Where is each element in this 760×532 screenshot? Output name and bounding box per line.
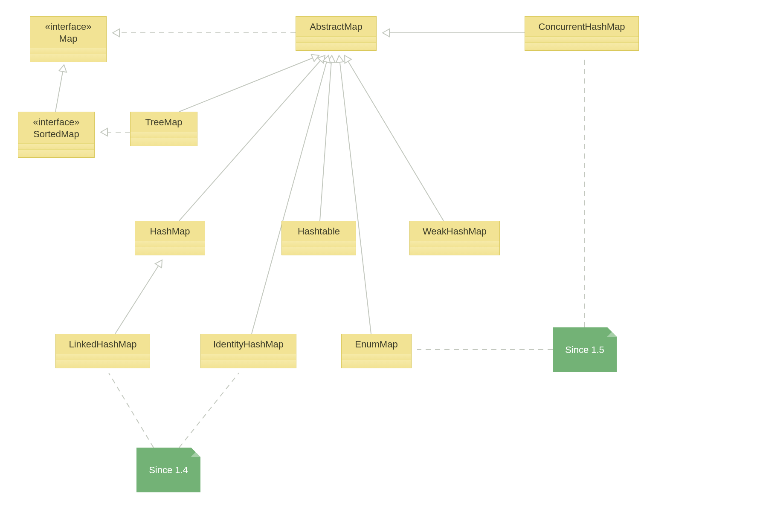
edge-weakHashMap-extends-abstractMap	[345, 55, 444, 221]
class-concurrenthashmap-ops	[525, 43, 638, 50]
svg-line-18	[252, 62, 327, 334]
class-sortedmap-ops	[18, 150, 94, 157]
svg-line-8	[179, 58, 313, 112]
svg-marker-17	[155, 260, 162, 268]
class-map-ops	[30, 54, 106, 62]
edge-sortedMap-extends-map	[55, 65, 67, 112]
svg-line-22	[109, 373, 154, 448]
class-identityhashmap-attrs	[201, 354, 296, 360]
class-abstractmap-ops	[296, 43, 376, 50]
svg-line-12	[320, 62, 331, 221]
class-weakhashmap-title: WeakHashMap	[410, 221, 499, 241]
class-concurrenthashmap-attrs	[525, 37, 638, 43]
class-hashmap: HashMap	[135, 221, 205, 255]
edge-hashMap-extends-abstractMap	[179, 55, 325, 221]
class-treemap-title: TreeMap	[131, 112, 197, 132]
class-treemap-attrs	[131, 132, 197, 138]
svg-line-16	[115, 266, 158, 334]
svg-marker-7	[101, 128, 107, 136]
class-treemap-ops	[131, 138, 197, 146]
edge-note14-linkedHashMap	[109, 373, 154, 448]
note-since-1-5: Since 1.5	[553, 327, 617, 372]
edge-treeMap-extends-abstractMap	[179, 55, 319, 112]
edge-identityHashMap-extends-abstractMap	[252, 55, 330, 334]
svg-marker-5	[59, 65, 67, 72]
class-linkedhashmap-attrs	[56, 354, 150, 360]
svg-marker-1	[113, 29, 119, 37]
class-hashtable-ops	[282, 247, 356, 255]
class-sortedmap-title: «interface» SortedMap	[18, 112, 94, 144]
class-hashmap-ops	[135, 247, 205, 255]
class-abstractmap-title: AbstractMap	[296, 17, 376, 37]
class-hashtable-attrs	[282, 241, 356, 247]
class-map: «interface» Map	[30, 16, 107, 62]
class-identityhashmap: IdentityHashMap	[200, 334, 296, 368]
class-enummap: EnumMap	[341, 334, 412, 368]
class-hashtable-title: Hashtable	[282, 221, 356, 241]
svg-line-23	[179, 373, 239, 448]
edge-linkedHashMap-extends-hashMap	[115, 260, 162, 334]
svg-marker-3	[383, 29, 389, 37]
class-abstractmap-attrs	[296, 37, 376, 43]
class-identityhashmap-title: IdentityHashMap	[201, 334, 296, 354]
svg-marker-13	[328, 55, 335, 63]
svg-line-14	[348, 61, 444, 221]
svg-marker-15	[345, 55, 351, 63]
class-treemap: TreeMap	[130, 112, 197, 146]
class-weakhashmap-attrs	[410, 241, 499, 247]
svg-line-10	[179, 61, 320, 221]
class-weakhashmap-ops	[410, 247, 499, 255]
svg-marker-21	[336, 55, 344, 63]
edges-layer	[0, 0, 760, 532]
edge-abstractMap-realizes-map	[113, 29, 296, 37]
class-abstractmap: AbstractMap	[296, 16, 377, 51]
class-concurrenthashmap-title: ConcurrentHashMap	[525, 17, 638, 37]
class-identityhashmap-ops	[201, 360, 296, 368]
note-since-1-4-text: Since 1.4	[149, 465, 188, 476]
class-map-title: «interface» Map	[30, 17, 106, 48]
svg-marker-9	[311, 55, 319, 62]
edge-hashtable-extends-abstractMap	[320, 55, 335, 221]
class-weakhashmap: WeakHashMap	[409, 221, 500, 255]
class-enummap-title: EnumMap	[342, 334, 411, 354]
svg-line-4	[55, 72, 63, 112]
uml-diagram-canvas: «interface» Map AbstractMap ConcurrentHa…	[0, 0, 760, 532]
class-map-attrs	[30, 48, 106, 54]
class-hashmap-attrs	[135, 241, 205, 247]
edge-enumMap-extends-abstractMap	[336, 55, 371, 334]
class-hashmap-title: HashMap	[135, 221, 205, 241]
class-enummap-attrs	[342, 354, 411, 360]
class-hashtable: Hashtable	[281, 221, 356, 255]
edge-treeMap-realizes-sortedMap	[101, 128, 130, 136]
note-since-1-5-text: Since 1.5	[565, 344, 604, 356]
class-linkedhashmap: LinkedHashMap	[55, 334, 150, 368]
svg-marker-11	[318, 55, 325, 63]
class-linkedhashmap-title: LinkedHashMap	[56, 334, 150, 354]
class-linkedhashmap-ops	[56, 360, 150, 368]
class-enummap-ops	[342, 360, 411, 368]
svg-line-20	[340, 62, 371, 334]
edge-note14-identityHashMap	[179, 373, 239, 448]
edge-concurrent-extends-abstractMap	[383, 29, 525, 37]
note-since-1-4: Since 1.4	[136, 448, 200, 492]
svg-marker-19	[323, 55, 330, 63]
class-sortedmap: «interface» SortedMap	[18, 112, 95, 158]
class-sortedmap-attrs	[18, 144, 94, 150]
class-concurrenthashmap: ConcurrentHashMap	[525, 16, 639, 51]
